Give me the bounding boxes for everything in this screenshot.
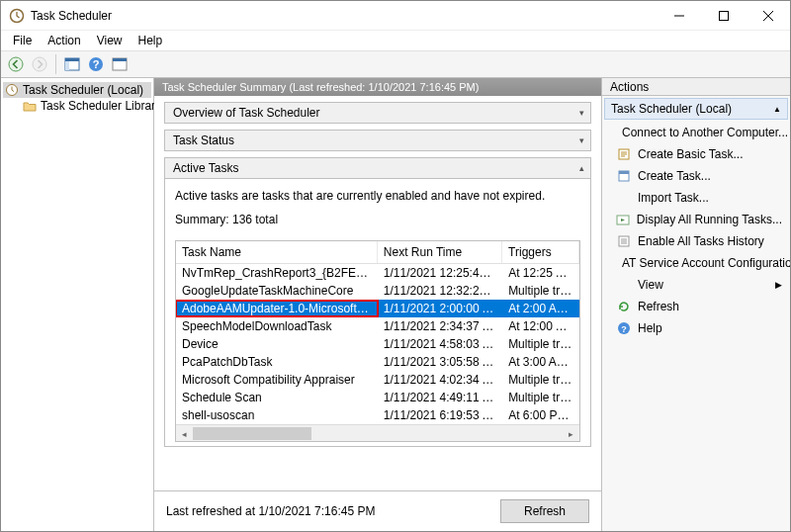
section-status[interactable]: Task Status ▾: [164, 130, 591, 151]
tree-root[interactable]: Task Scheduler (Local): [3, 82, 151, 98]
section-status-label: Task Status: [173, 133, 234, 147]
tree-library-label: Task Scheduler Library: [41, 99, 161, 113]
toolbar-window-icon[interactable]: [109, 53, 131, 75]
footer: Last refreshed at 1/10/2021 7:16:45 PM R…: [154, 490, 601, 531]
table-row[interactable]: NvTmRep_CrashReport3_{B2FE1952-0186-46C.…: [176, 264, 579, 282]
toolbar-help-icon[interactable]: ?: [85, 53, 107, 75]
cell-task-name: PcaPatchDbTask: [176, 354, 378, 370]
table-body[interactable]: NvTmRep_CrashReport3_{B2FE1952-0186-46C.…: [176, 264, 579, 424]
active-summary: Summary: 136 total: [175, 213, 580, 226]
table-row[interactable]: AdobeAAMUpdater-1.0-MicrosoftAccount-pi.…: [176, 300, 579, 317]
cell-next-run: 1/11/2021 4:02:34 AM: [378, 372, 502, 388]
action-create-task[interactable]: Create Task...: [602, 165, 790, 187]
table-row[interactable]: shell-usoscan1/11/2021 6:19:53 AMAt 6:00…: [176, 406, 579, 424]
scroll-right-icon[interactable]: ▸: [563, 425, 579, 442]
menu-view[interactable]: View: [91, 32, 129, 49]
cell-triggers: At 2:00 AM ev: [502, 301, 579, 316]
running-icon: [616, 213, 631, 226]
scroll-left-icon[interactable]: ◂: [176, 425, 193, 442]
actions-context-label: Task Scheduler (Local): [611, 102, 732, 116]
cell-task-name: NvTmRep_CrashReport3_{B2FE1952-0186-46C.…: [176, 265, 378, 281]
cell-triggers: At 12:00 AM e: [502, 318, 579, 334]
back-button[interactable]: [5, 53, 27, 75]
chevron-up-icon: ▲: [773, 105, 781, 114]
menu-file[interactable]: File: [7, 32, 38, 49]
action-help[interactable]: ?Help: [602, 317, 790, 339]
action-at-service[interactable]: AT Service Account Configuration: [602, 252, 790, 274]
cell-next-run: 1/11/2021 4:49:11 AM: [378, 390, 502, 405]
chevron-right-icon: ▶: [775, 280, 782, 290]
horizontal-scrollbar[interactable]: ◂ ▸: [176, 424, 579, 441]
history-icon: [616, 234, 632, 248]
action-create-basic[interactable]: Create Basic Task...: [602, 143, 790, 165]
cell-task-name: SpeechModelDownloadTask: [176, 318, 378, 334]
table-row[interactable]: SpeechModelDownloadTask1/11/2021 2:34:37…: [176, 317, 579, 335]
forward-button[interactable]: [29, 53, 50, 75]
table-row[interactable]: Schedule Scan1/11/2021 4:49:11 AMMultipl…: [176, 389, 579, 406]
col-triggers[interactable]: Triggers: [502, 241, 579, 263]
menu-action[interactable]: Action: [42, 32, 86, 49]
svg-rect-10: [113, 58, 127, 61]
center-pane: Task Scheduler Summary (Last refreshed: …: [154, 78, 602, 531]
action-view[interactable]: View▶: [602, 274, 790, 296]
main-body: Task Scheduler (Local) Task Scheduler Li…: [1, 78, 790, 531]
tree-pane: Task Scheduler (Local) Task Scheduler Li…: [1, 78, 154, 531]
actions-header: Actions: [602, 78, 790, 96]
refresh-icon: [616, 300, 632, 313]
cell-task-name: Microsoft Compatibility Appraiser: [176, 372, 378, 388]
wizard-icon: [616, 147, 632, 161]
cell-triggers: At 6:00 PM ev: [502, 407, 579, 423]
section-active[interactable]: Active Tasks ▴: [164, 157, 591, 179]
action-display-running[interactable]: Display All Running Tasks...: [602, 209, 790, 230]
section-overview-label: Overview of Task Scheduler: [173, 106, 320, 120]
cell-next-run: 1/11/2021 6:19:53 AM: [378, 407, 502, 423]
toolbar-separator: [55, 54, 56, 74]
actions-context[interactable]: Task Scheduler (Local) ▲: [604, 98, 788, 120]
folder-icon: [23, 99, 37, 113]
close-button[interactable]: [746, 1, 790, 30]
cell-next-run: 1/11/2021 2:00:00 AM: [378, 301, 502, 316]
minimize-button[interactable]: [657, 1, 701, 30]
table-row[interactable]: Device1/11/2021 4:58:03 AMMultiple trigg: [176, 335, 579, 353]
action-import[interactable]: Import Task...: [602, 187, 790, 209]
table-header: Task Name Next Run Time Triggers: [176, 241, 579, 264]
task-scheduler-window: Task Scheduler File Action View Help ? T…: [0, 0, 791, 532]
table-row[interactable]: Microsoft Compatibility Appraiser1/11/20…: [176, 371, 579, 389]
svg-point-2: [9, 57, 23, 71]
table-row[interactable]: PcaPatchDbTask1/11/2021 3:05:58 AMAt 3:0…: [176, 353, 579, 371]
toolbar-pane-icon[interactable]: [61, 53, 83, 75]
cell-task-name: Device: [176, 336, 378, 352]
active-tasks-table: Task Name Next Run Time Triggers NvTmRep…: [175, 240, 580, 442]
summary-header: Task Scheduler Summary (Last refreshed: …: [154, 78, 601, 96]
cell-task-name: GoogleUpdateTaskMachineCore: [176, 283, 378, 299]
cell-triggers: At 3:00 AM or: [502, 354, 579, 370]
action-refresh[interactable]: Refresh: [602, 296, 790, 317]
tree-library[interactable]: Task Scheduler Library: [3, 98, 151, 114]
svg-point-3: [33, 57, 46, 71]
svg-rect-6: [65, 61, 69, 70]
help-icon: ?: [616, 321, 632, 335]
action-enable-history[interactable]: Enable All Tasks History: [602, 230, 790, 252]
action-connect[interactable]: Connect to Another Computer...: [602, 122, 790, 143]
table-row[interactable]: GoogleUpdateTaskMachineCore1/11/2021 12:…: [176, 282, 579, 300]
col-next-run[interactable]: Next Run Time: [378, 241, 502, 263]
svg-rect-1: [719, 11, 728, 20]
cell-next-run: 1/11/2021 3:05:58 AM: [378, 354, 502, 370]
section-active-label: Active Tasks: [173, 161, 238, 175]
menu-help[interactable]: Help: [132, 32, 169, 49]
cell-triggers: At 12:25 AM ev: [502, 265, 579, 281]
cell-next-run: 1/11/2021 4:58:03 AM: [378, 336, 502, 352]
refresh-button[interactable]: Refresh: [500, 499, 589, 523]
maximize-button[interactable]: [701, 1, 746, 30]
window-title: Task Scheduler: [31, 9, 657, 23]
col-task-name[interactable]: Task Name: [176, 241, 378, 263]
window-buttons: [657, 1, 790, 30]
app-icon: [9, 8, 25, 24]
cell-next-run: 1/11/2021 12:25:44 AM: [378, 265, 502, 281]
scroll-thumb[interactable]: [193, 427, 311, 440]
cell-triggers: Multiple trigg: [502, 372, 579, 388]
cell-triggers: Multiple trigg: [502, 336, 579, 352]
chevron-down-icon: ▾: [579, 108, 584, 118]
section-overview[interactable]: Overview of Task Scheduler ▾: [164, 102, 591, 124]
svg-rect-5: [65, 58, 79, 61]
